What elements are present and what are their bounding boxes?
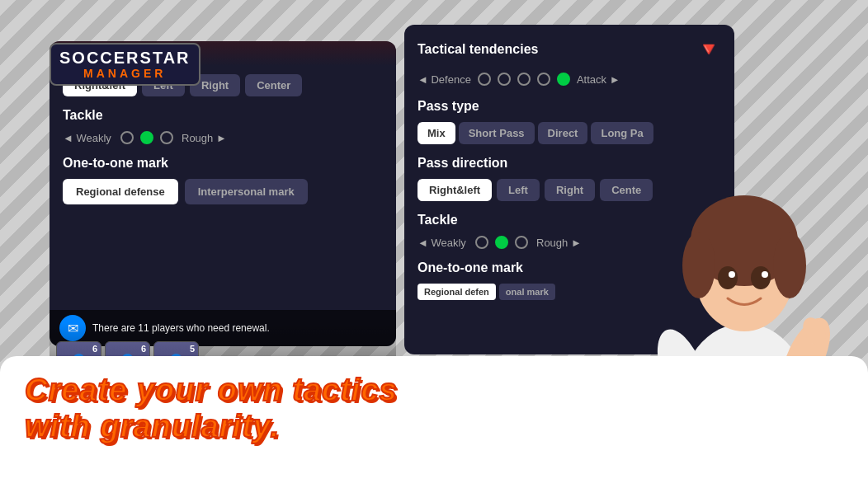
right-tackle-radio-1[interactable] bbox=[475, 236, 488, 249]
banner-line1: Create your own tactics bbox=[25, 373, 398, 407]
player-number-3: 5 bbox=[190, 344, 195, 354]
right-tackle-left-label: ◄ Weakly bbox=[417, 237, 467, 249]
tackle-left-label: ◄ Weakly bbox=[63, 132, 112, 144]
mark-buttons-row: Regional defense Interpersonal mark bbox=[63, 179, 383, 204]
tackle-radio-1[interactable] bbox=[120, 131, 134, 144]
svg-point-8 bbox=[762, 271, 768, 278]
def-atk-radio-1[interactable] bbox=[478, 73, 491, 86]
svg-point-7 bbox=[729, 271, 735, 278]
player-number-2: 6 bbox=[141, 344, 146, 354]
pass-btn-mix[interactable]: Mix bbox=[417, 122, 455, 144]
panel-header-title: Tactical tendencies bbox=[417, 42, 538, 57]
mark-btn-regional[interactable]: Regional defense bbox=[63, 179, 178, 204]
tackle-right-label: Rough ► bbox=[182, 132, 231, 144]
defence-label: ◄ Defence bbox=[417, 73, 471, 86]
def-atk-radio-2[interactable] bbox=[498, 73, 511, 86]
app-logo: SOCCERSTAR MANAGER bbox=[50, 43, 198, 101]
def-atk-radio-5[interactable] bbox=[557, 73, 570, 86]
def-atk-radio-group bbox=[478, 73, 570, 86]
banner-text: Create your own tactics with granularity… bbox=[25, 373, 843, 444]
attack-label: Attack ► bbox=[577, 73, 620, 86]
pass-dir-btn-rightleft[interactable]: Right&left bbox=[417, 179, 492, 201]
dir-btn-center[interactable]: Center bbox=[245, 74, 302, 96]
pass-dir-btn-left[interactable]: Left bbox=[497, 179, 540, 201]
right-onal-mark-btn[interactable]: onal mark bbox=[499, 284, 555, 300]
mark-section-title: One-to-one mark bbox=[63, 156, 383, 171]
crown-icon: 🔻 bbox=[696, 38, 721, 61]
svg-point-5 bbox=[718, 266, 738, 289]
logo-manager: MANAGER bbox=[59, 68, 191, 79]
panel-header: Tactical tendencies 🔻 bbox=[417, 38, 721, 61]
logo-soccerstar: SOCCERSTAR bbox=[59, 49, 191, 66]
right-tackle-radio-group bbox=[475, 236, 528, 249]
pass-btn-short[interactable]: Short Pass bbox=[459, 122, 535, 144]
banner-line2: with granularity. bbox=[25, 409, 280, 443]
bottom-banner: Create your own tactics with granularity… bbox=[0, 356, 868, 488]
tackle-section-title: Tackle bbox=[63, 108, 383, 123]
right-tackle-radio-2[interactable] bbox=[495, 236, 508, 249]
svg-point-4 bbox=[773, 232, 806, 298]
mark-btn-interpersonal[interactable]: Interpersonal mark bbox=[185, 179, 308, 204]
pass-type-title: Pass type bbox=[417, 99, 721, 114]
right-regional-btn[interactable]: Regional defen bbox=[417, 284, 496, 300]
tackle-radio-2[interactable] bbox=[140, 131, 153, 144]
svg-point-6 bbox=[751, 266, 771, 289]
pass-type-row: Mix Short Pass Direct Long Pa bbox=[417, 122, 721, 144]
tackle-slider-row: ◄ Weakly Rough ► bbox=[63, 131, 383, 144]
tackle-radio-group bbox=[120, 131, 173, 144]
right-tackle-radio-3[interactable] bbox=[515, 236, 528, 249]
tackle-radio-3[interactable] bbox=[160, 131, 173, 144]
pass-btn-long[interactable]: Long Pa bbox=[591, 122, 653, 144]
def-atk-radio-4[interactable] bbox=[537, 73, 550, 86]
pass-btn-direct[interactable]: Direct bbox=[538, 122, 588, 144]
def-atk-radio-3[interactable] bbox=[517, 73, 531, 86]
defence-attack-row: ◄ Defence Attack ► bbox=[417, 73, 721, 86]
player-number-1: 6 bbox=[92, 344, 97, 354]
svg-point-3 bbox=[682, 232, 715, 298]
